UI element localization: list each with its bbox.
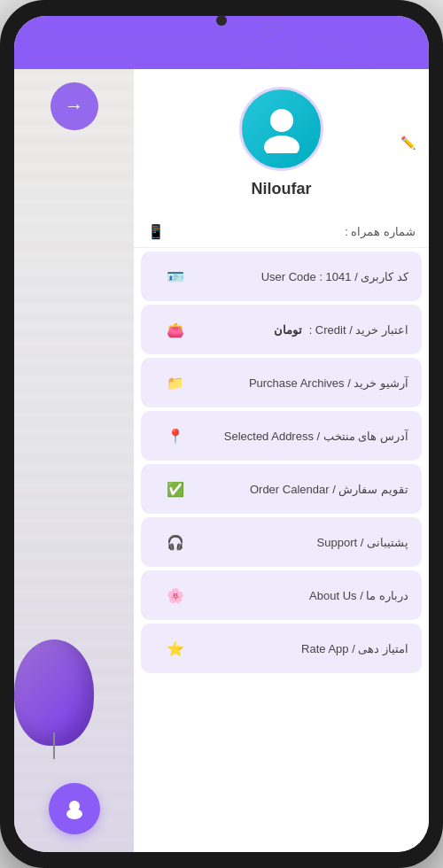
svg-point-1 (66, 809, 82, 819)
phone-number-label: شماره همراه : (345, 225, 416, 238)
user-code-label: کد کاربری / User Code : 1041 (190, 270, 408, 283)
phone-camera (216, 15, 227, 26)
phone-icon: 📱 (147, 223, 165, 240)
star-icon: ⭐ (161, 634, 190, 663)
main-content: Niloufar ✏️ 📱 شماره همراه : 🪪 کد کاربری … (134, 69, 429, 852)
menu-item-order-calendar[interactable]: ✅ تقویم سفارش / Order Calendar (141, 464, 422, 514)
menu-item-support[interactable]: 🎧 پشتیبانی / Support (141, 517, 422, 567)
menu-list: 🪪 کد کاربری / User Code : 1041 👛 اعتبار … (134, 252, 429, 673)
edit-icon[interactable]: ✏️ (400, 136, 416, 150)
folder-icon: 📁 (161, 368, 190, 397)
svg-point-13 (264, 136, 299, 153)
location-icon: 📍 (161, 422, 190, 450)
flower-icon: 🌸 (161, 581, 190, 609)
credit-label: اعتبار خرید / Credit : تومان (190, 323, 408, 337)
phone-frame: → (0, 0, 443, 868)
purchase-archives-label: آرشیو خرید / Purchase Archives (190, 376, 408, 390)
menu-item-user-code[interactable]: 🪪 کد کاربری / User Code : 1041 (141, 252, 422, 301)
selected-address-label: آدرس های منتخب / Selected Address (190, 430, 408, 443)
support-label: پشتیبانی / Support (190, 536, 408, 549)
menu-item-purchase-archives[interactable]: 📁 آرشیو خرید / Purchase Archives (141, 358, 422, 407)
avatar-icon (260, 105, 304, 153)
about-us-label: درباره ما / About Us (190, 589, 408, 602)
balloon-shape (14, 639, 94, 746)
profile-section: Niloufar ✏️ (134, 69, 429, 216)
headset-icon: 🎧 (161, 528, 190, 556)
content-area: → (14, 69, 429, 852)
id-card-icon: 🪪 (161, 262, 190, 291)
rate-app-label: امتیاز دهی / Rate App (190, 642, 408, 655)
username-label: Niloufar (251, 180, 311, 198)
balloon-decoration (14, 604, 129, 781)
menu-item-rate-app[interactable]: ⭐ امتیاز دهی / Rate App (141, 624, 422, 673)
menu-item-selected-address[interactable]: 📍 آدرس های منتخب / Selected Address (141, 411, 422, 461)
wallet-icon: 👛 (161, 315, 190, 344)
phone-number-row: 📱 شماره همراه : (134, 216, 429, 248)
chat-icon (61, 795, 88, 822)
order-calendar-label: تقویم سفارش / Order Calendar (190, 483, 408, 496)
menu-item-credit[interactable]: 👛 اعتبار خرید / Credit : تومان (141, 305, 422, 354)
avatar (239, 87, 323, 171)
menu-item-about-us[interactable]: 🌸 درباره ما / About Us (141, 570, 422, 620)
phone-screen: → (14, 16, 429, 852)
calendar-icon: ✅ (161, 475, 190, 503)
chat-button[interactable] (49, 783, 100, 834)
sidebar: → (14, 69, 134, 852)
svg-point-12 (270, 109, 293, 132)
